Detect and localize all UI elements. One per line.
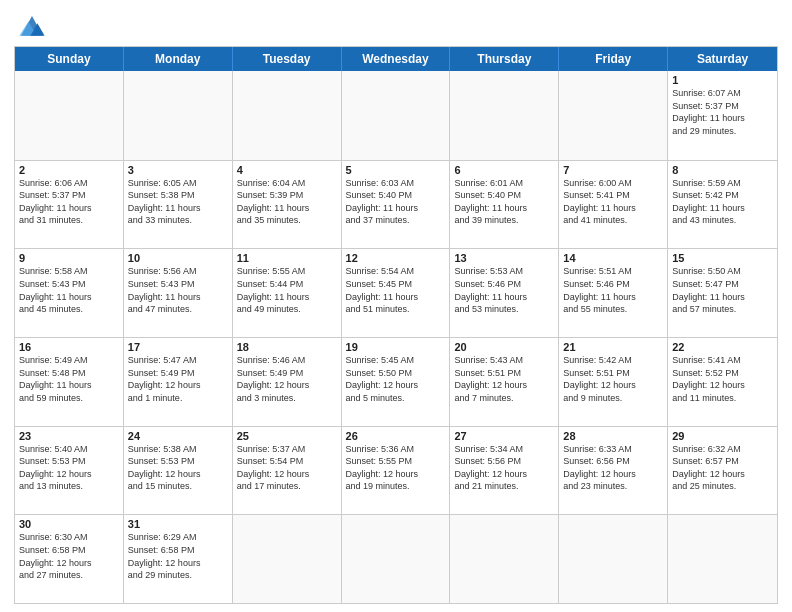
day-info: Sunrise: 5:58 AM Sunset: 5:43 PM Dayligh…	[19, 265, 119, 315]
day-number: 6	[454, 164, 554, 176]
day-info: Sunrise: 5:42 AM Sunset: 5:51 PM Dayligh…	[563, 354, 663, 404]
day-number: 20	[454, 341, 554, 353]
day-cell	[450, 71, 559, 160]
day-cell: 9Sunrise: 5:58 AM Sunset: 5:43 PM Daylig…	[15, 249, 124, 337]
day-number: 30	[19, 518, 119, 530]
week-row-3: 16Sunrise: 5:49 AM Sunset: 5:48 PM Dayli…	[15, 337, 777, 426]
day-cell: 28Sunrise: 6:33 AM Sunset: 6:56 PM Dayli…	[559, 427, 668, 515]
day-cell: 16Sunrise: 5:49 AM Sunset: 5:48 PM Dayli…	[15, 338, 124, 426]
day-number: 21	[563, 341, 663, 353]
day-number: 17	[128, 341, 228, 353]
day-cell	[450, 515, 559, 603]
day-header-friday: Friday	[559, 47, 668, 71]
day-info: Sunrise: 5:56 AM Sunset: 5:43 PM Dayligh…	[128, 265, 228, 315]
day-cell: 30Sunrise: 6:30 AM Sunset: 6:58 PM Dayli…	[15, 515, 124, 603]
day-cell: 2Sunrise: 6:06 AM Sunset: 5:37 PM Daylig…	[15, 161, 124, 249]
day-cell: 24Sunrise: 5:38 AM Sunset: 5:53 PM Dayli…	[124, 427, 233, 515]
logo-icon	[14, 10, 50, 40]
day-cell: 7Sunrise: 6:00 AM Sunset: 5:41 PM Daylig…	[559, 161, 668, 249]
day-cell	[342, 515, 451, 603]
day-headers: SundayMondayTuesdayWednesdayThursdayFrid…	[15, 47, 777, 71]
week-row-5: 30Sunrise: 6:30 AM Sunset: 6:58 PM Dayli…	[15, 514, 777, 603]
day-cell: 12Sunrise: 5:54 AM Sunset: 5:45 PM Dayli…	[342, 249, 451, 337]
day-info: Sunrise: 5:40 AM Sunset: 5:53 PM Dayligh…	[19, 443, 119, 493]
day-number: 22	[672, 341, 773, 353]
day-cell: 5Sunrise: 6:03 AM Sunset: 5:40 PM Daylig…	[342, 161, 451, 249]
day-header-tuesday: Tuesday	[233, 47, 342, 71]
day-cell	[559, 515, 668, 603]
week-row-2: 9Sunrise: 5:58 AM Sunset: 5:43 PM Daylig…	[15, 248, 777, 337]
day-number: 18	[237, 341, 337, 353]
day-header-monday: Monday	[124, 47, 233, 71]
day-header-saturday: Saturday	[668, 47, 777, 71]
day-number: 11	[237, 252, 337, 264]
day-cell	[559, 71, 668, 160]
day-info: Sunrise: 6:33 AM Sunset: 6:56 PM Dayligh…	[563, 443, 663, 493]
week-row-0: 1Sunrise: 6:07 AM Sunset: 5:37 PM Daylig…	[15, 71, 777, 160]
day-cell: 25Sunrise: 5:37 AM Sunset: 5:54 PM Dayli…	[233, 427, 342, 515]
day-cell: 15Sunrise: 5:50 AM Sunset: 5:47 PM Dayli…	[668, 249, 777, 337]
day-number: 29	[672, 430, 773, 442]
day-info: Sunrise: 5:49 AM Sunset: 5:48 PM Dayligh…	[19, 354, 119, 404]
day-number: 31	[128, 518, 228, 530]
day-info: Sunrise: 6:03 AM Sunset: 5:40 PM Dayligh…	[346, 177, 446, 227]
day-info: Sunrise: 5:46 AM Sunset: 5:49 PM Dayligh…	[237, 354, 337, 404]
page: SundayMondayTuesdayWednesdayThursdayFrid…	[0, 0, 792, 612]
day-info: Sunrise: 5:41 AM Sunset: 5:52 PM Dayligh…	[672, 354, 773, 404]
day-info: Sunrise: 6:05 AM Sunset: 5:38 PM Dayligh…	[128, 177, 228, 227]
day-number: 26	[346, 430, 446, 442]
day-info: Sunrise: 6:32 AM Sunset: 6:57 PM Dayligh…	[672, 443, 773, 493]
day-cell: 23Sunrise: 5:40 AM Sunset: 5:53 PM Dayli…	[15, 427, 124, 515]
day-info: Sunrise: 6:29 AM Sunset: 6:58 PM Dayligh…	[128, 531, 228, 581]
header	[14, 10, 778, 40]
day-cell: 31Sunrise: 6:29 AM Sunset: 6:58 PM Dayli…	[124, 515, 233, 603]
day-cell	[668, 515, 777, 603]
day-info: Sunrise: 6:04 AM Sunset: 5:39 PM Dayligh…	[237, 177, 337, 227]
day-number: 8	[672, 164, 773, 176]
day-cell: 6Sunrise: 6:01 AM Sunset: 5:40 PM Daylig…	[450, 161, 559, 249]
day-cell: 13Sunrise: 5:53 AM Sunset: 5:46 PM Dayli…	[450, 249, 559, 337]
day-number: 10	[128, 252, 228, 264]
day-cell	[342, 71, 451, 160]
calendar: SundayMondayTuesdayWednesdayThursdayFrid…	[14, 46, 778, 604]
day-info: Sunrise: 5:47 AM Sunset: 5:49 PM Dayligh…	[128, 354, 228, 404]
day-cell: 17Sunrise: 5:47 AM Sunset: 5:49 PM Dayli…	[124, 338, 233, 426]
day-info: Sunrise: 5:34 AM Sunset: 5:56 PM Dayligh…	[454, 443, 554, 493]
day-info: Sunrise: 5:37 AM Sunset: 5:54 PM Dayligh…	[237, 443, 337, 493]
day-cell	[233, 71, 342, 160]
day-cell	[15, 71, 124, 160]
day-number: 25	[237, 430, 337, 442]
day-info: Sunrise: 5:45 AM Sunset: 5:50 PM Dayligh…	[346, 354, 446, 404]
day-cell: 19Sunrise: 5:45 AM Sunset: 5:50 PM Dayli…	[342, 338, 451, 426]
day-info: Sunrise: 5:53 AM Sunset: 5:46 PM Dayligh…	[454, 265, 554, 315]
day-number: 4	[237, 164, 337, 176]
day-number: 16	[19, 341, 119, 353]
day-cell: 11Sunrise: 5:55 AM Sunset: 5:44 PM Dayli…	[233, 249, 342, 337]
day-number: 27	[454, 430, 554, 442]
day-info: Sunrise: 5:51 AM Sunset: 5:46 PM Dayligh…	[563, 265, 663, 315]
day-header-wednesday: Wednesday	[342, 47, 451, 71]
day-cell: 18Sunrise: 5:46 AM Sunset: 5:49 PM Dayli…	[233, 338, 342, 426]
day-cell: 1Sunrise: 6:07 AM Sunset: 5:37 PM Daylig…	[668, 71, 777, 160]
day-header-thursday: Thursday	[450, 47, 559, 71]
day-number: 28	[563, 430, 663, 442]
day-cell: 10Sunrise: 5:56 AM Sunset: 5:43 PM Dayli…	[124, 249, 233, 337]
day-number: 2	[19, 164, 119, 176]
day-info: Sunrise: 5:50 AM Sunset: 5:47 PM Dayligh…	[672, 265, 773, 315]
day-info: Sunrise: 6:06 AM Sunset: 5:37 PM Dayligh…	[19, 177, 119, 227]
day-info: Sunrise: 5:59 AM Sunset: 5:42 PM Dayligh…	[672, 177, 773, 227]
day-info: Sunrise: 5:54 AM Sunset: 5:45 PM Dayligh…	[346, 265, 446, 315]
week-row-1: 2Sunrise: 6:06 AM Sunset: 5:37 PM Daylig…	[15, 160, 777, 249]
day-number: 3	[128, 164, 228, 176]
day-info: Sunrise: 6:07 AM Sunset: 5:37 PM Dayligh…	[672, 87, 773, 137]
calendar-body: 1Sunrise: 6:07 AM Sunset: 5:37 PM Daylig…	[15, 71, 777, 603]
day-number: 1	[672, 74, 773, 86]
day-cell: 22Sunrise: 5:41 AM Sunset: 5:52 PM Dayli…	[668, 338, 777, 426]
logo	[14, 10, 54, 40]
day-cell: 14Sunrise: 5:51 AM Sunset: 5:46 PM Dayli…	[559, 249, 668, 337]
day-cell: 26Sunrise: 5:36 AM Sunset: 5:55 PM Dayli…	[342, 427, 451, 515]
day-cell: 8Sunrise: 5:59 AM Sunset: 5:42 PM Daylig…	[668, 161, 777, 249]
day-info: Sunrise: 6:00 AM Sunset: 5:41 PM Dayligh…	[563, 177, 663, 227]
day-cell: 29Sunrise: 6:32 AM Sunset: 6:57 PM Dayli…	[668, 427, 777, 515]
day-info: Sunrise: 6:01 AM Sunset: 5:40 PM Dayligh…	[454, 177, 554, 227]
